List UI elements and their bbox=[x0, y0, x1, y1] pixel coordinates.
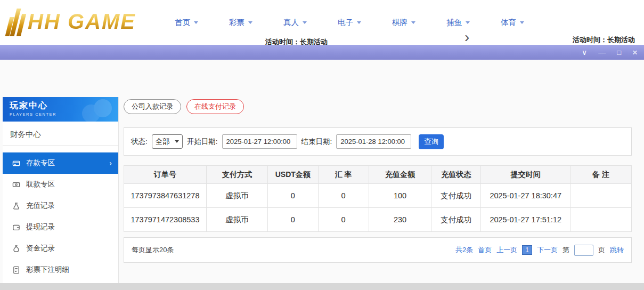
status-select-value: 全部 bbox=[156, 137, 170, 147]
sidebar-item-label: 提现记录 bbox=[26, 222, 55, 232]
cell-payment-method: 虚拟币 bbox=[206, 208, 267, 232]
cell-recharge-status: 支付成功 bbox=[431, 208, 481, 232]
col-recharge-status: 充值状态 bbox=[431, 166, 481, 184]
col-recharge-amount: 充值金额 bbox=[369, 166, 431, 184]
status-select[interactable]: 全部 bbox=[152, 134, 183, 149]
cell-payment-method: 虚拟币 bbox=[206, 184, 267, 208]
withdrawal-record-icon bbox=[12, 223, 20, 231]
nav-item-board-games[interactable]: 棋牌 bbox=[392, 18, 415, 28]
chevron-down-icon bbox=[520, 21, 524, 24]
first-page-link[interactable]: 首页 bbox=[478, 245, 492, 255]
table-row[interactable]: 1737973847631278 虚拟币 0 0 100 支付成功 2025-0… bbox=[124, 184, 632, 208]
start-date-label: 开始日期: bbox=[187, 137, 218, 147]
window-maximize-icon[interactable]: □ bbox=[617, 49, 621, 56]
sidebar-item-label: 存款专区 bbox=[26, 158, 55, 168]
withdraw-money-icon bbox=[12, 181, 20, 189]
end-date-input[interactable] bbox=[336, 134, 411, 149]
sidebar-item-label: 充值记录 bbox=[26, 201, 55, 211]
sidebar-item-label: 彩票下注明细 bbox=[26, 265, 69, 275]
nav-label: 体育 bbox=[501, 18, 516, 28]
pagination-bar: 每页显示20条 共2条 首页 上一页 1 下一页 第 页 跳转 bbox=[124, 237, 632, 263]
records-table: 订单号 支付方式 USDT金额 汇 率 充值金额 充值状态 提交时间 备 注 1… bbox=[124, 165, 632, 232]
jump-page-input[interactable] bbox=[574, 245, 593, 256]
sidebar-item-deposit[interactable]: 存款专区 › bbox=[3, 152, 118, 174]
cell-exchange-rate: 0 bbox=[318, 208, 369, 232]
filter-bar: 状态: 全部 开始日期: 结束日期: 查询 bbox=[124, 127, 632, 156]
col-remark: 备 注 bbox=[570, 166, 632, 184]
sidebar-header: 玩家中心 PLAYERS CENTER bbox=[3, 97, 118, 122]
nav-item-electronic[interactable]: 电子 bbox=[338, 18, 361, 28]
nav-label: 真人 bbox=[283, 18, 299, 28]
window-dropdown-icon[interactable]: ∨ bbox=[582, 49, 587, 56]
cell-recharge-amount: 100 bbox=[369, 184, 431, 208]
tab-online-payment-records[interactable]: 在线支付记录 bbox=[186, 99, 244, 114]
lottery-detail-icon bbox=[12, 266, 20, 274]
sidebar-item-recharge-record[interactable]: 充值记录 bbox=[3, 195, 118, 216]
nav-label: 电子 bbox=[338, 18, 353, 28]
cell-usdt-amount: 0 bbox=[267, 208, 318, 232]
window-close-icon[interactable]: × bbox=[632, 48, 638, 57]
sidebar-item-withdraw[interactable]: 取款专区 bbox=[3, 174, 118, 195]
sidebar-section-finance: 财务中心 bbox=[3, 122, 118, 146]
tab-company-deposit-records[interactable]: 公司入款记录 bbox=[124, 99, 181, 114]
background-peek-text-right: 活动时间：长期活动 bbox=[573, 35, 635, 45]
col-exchange-rate: 汇 率 bbox=[318, 166, 369, 184]
table-row[interactable]: 1737971472308533 虚拟币 0 0 230 支付成功 2025-0… bbox=[124, 208, 632, 232]
pager: 共2条 首页 上一页 1 下一页 第 页 跳转 bbox=[455, 245, 624, 256]
sidebar-item-lottery-bet-detail[interactable]: 彩票下注明细 bbox=[3, 259, 118, 280]
cell-exchange-rate: 0 bbox=[318, 184, 369, 208]
logo-bars-icon bbox=[7, 6, 23, 36]
start-date-input[interactable] bbox=[222, 134, 297, 149]
nav-label: 首页 bbox=[175, 18, 190, 28]
next-page-link[interactable]: 下一页 bbox=[537, 245, 558, 255]
nav-item-lottery[interactable]: 彩票 bbox=[229, 18, 252, 28]
nav-item-home[interactable]: 首页 bbox=[175, 18, 198, 28]
nav-item-live[interactable]: 真人 bbox=[283, 18, 307, 28]
current-page[interactable]: 1 bbox=[522, 245, 532, 255]
chevron-down-icon bbox=[175, 140, 179, 143]
col-payment-method: 支付方式 bbox=[206, 166, 267, 184]
chevron-down-icon bbox=[357, 21, 361, 24]
prev-page-link[interactable]: 上一页 bbox=[496, 245, 517, 255]
cell-order-id: 1737973847631278 bbox=[124, 184, 207, 208]
nav-item-sports[interactable]: 体育 bbox=[501, 18, 524, 28]
content-panel: 公司入款记录 在线支付记录 状态: 全部 开始日期: 结束日期: 查询 订单号 bbox=[124, 99, 632, 263]
main-nav: 首页 彩票 真人 电子 棋牌 捕鱼 体育 bbox=[175, 0, 524, 45]
sidebar-item-funds-record[interactable]: 资金记录 bbox=[3, 238, 118, 259]
funds-record-icon bbox=[12, 245, 20, 253]
jump-button[interactable]: 跳转 bbox=[610, 245, 624, 255]
table-header-row: 订单号 支付方式 USDT金额 汇 率 充值金额 充值状态 提交时间 备 注 bbox=[124, 166, 632, 184]
col-order-id: 订单号 bbox=[124, 166, 207, 184]
brand-logo[interactable]: HH GAME bbox=[7, 4, 136, 38]
sidebar-item-label: 取款专区 bbox=[26, 180, 55, 189]
sidebar-title: 玩家中心 bbox=[10, 100, 118, 111]
cell-order-id: 1737971472308533 bbox=[124, 208, 207, 232]
deposit-card-icon bbox=[12, 159, 20, 167]
window-titlebar: ∨ — □ × bbox=[0, 45, 644, 60]
nav-item-fishing[interactable]: 捕鱼 bbox=[446, 18, 470, 28]
chevron-right-icon: › bbox=[109, 159, 112, 167]
col-submit-time: 提交时间 bbox=[481, 166, 570, 184]
sidebar-item-withdrawal-record[interactable]: 提现记录 bbox=[3, 216, 118, 238]
carousel-next-icon: › bbox=[464, 29, 469, 46]
status-label: 状态: bbox=[131, 137, 148, 147]
bottom-strip bbox=[0, 283, 644, 290]
sidebar-subtitle: PLAYERS CENTER bbox=[10, 112, 118, 117]
nav-label: 棋牌 bbox=[392, 18, 407, 28]
page-size-text: 每页显示20条 bbox=[132, 245, 174, 255]
col-usdt-amount: USDT金额 bbox=[267, 166, 318, 184]
nav-label: 彩票 bbox=[229, 18, 244, 28]
record-tabs: 公司入款记录 在线支付记录 bbox=[124, 99, 632, 114]
cell-submit-time: 2025-01-27 17:51:12 bbox=[481, 208, 570, 232]
cell-recharge-amount: 230 bbox=[369, 208, 431, 232]
cell-remark bbox=[570, 208, 632, 232]
chevron-down-icon bbox=[411, 21, 415, 24]
jump-label-post: 页 bbox=[598, 245, 605, 255]
nav-label: 捕鱼 bbox=[446, 18, 462, 28]
sidebar-menu: 存款专区 › 取款专区 充值记录 bbox=[3, 152, 118, 280]
window-minimize-icon[interactable]: — bbox=[598, 49, 606, 56]
search-button[interactable]: 查询 bbox=[419, 134, 444, 149]
logo-text: HH GAME bbox=[28, 10, 136, 34]
screen: HH GAME 首页 彩票 真人 电子 棋牌 捕鱼 体育 bbox=[0, 0, 644, 290]
chevron-down-icon bbox=[194, 21, 198, 24]
